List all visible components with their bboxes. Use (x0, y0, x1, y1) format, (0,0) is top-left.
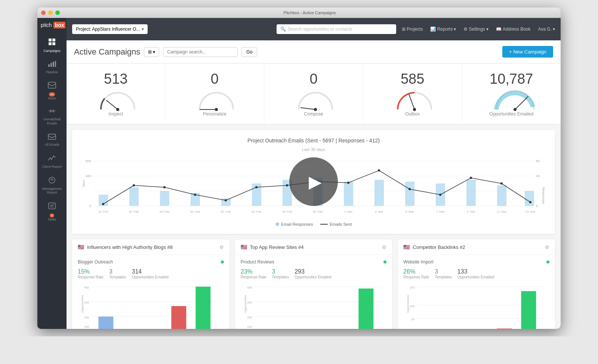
campaign-card-1: 🇺🇸 Top App Review Sites #4 ⚙ Product Rev… (235, 240, 392, 329)
tasks-icon (48, 202, 56, 212)
search-box[interactable]: 🔍 Search opportunities or contacts (277, 24, 396, 34)
sidebar-item-all-emails[interactable]: All Emails (37, 129, 67, 151)
project-selector[interactable]: Project: AppStars Influencer O... ▾ (72, 24, 148, 34)
nav-user[interactable]: Ava G. ▾ (538, 27, 555, 32)
card-metrics-2: 26% Response Rate 3 Templates 133 Opport… (403, 268, 549, 279)
svg-rect-47 (374, 180, 384, 206)
legend-sent-label: Emails Sent (330, 222, 352, 226)
svg-rect-39 (129, 187, 139, 206)
stat-compose: 0 Compose (264, 64, 363, 124)
card-body-1: Product Reviews 23% Response Rate 3 (235, 255, 392, 329)
gear-icon-2[interactable]: ⚙ (545, 244, 549, 250)
status-dot-1 (383, 260, 386, 263)
svg-point-57 (225, 199, 227, 201)
svg-text:7. Mar: 7. Mar (436, 210, 445, 213)
svg-rect-93 (98, 317, 113, 329)
metric-opportunities-1: 293 Opportunities Emailed (295, 268, 331, 279)
client-report-icon (48, 154, 56, 164)
filter-icon: ⊞ (148, 49, 152, 55)
svg-point-23 (413, 108, 416, 111)
legend-sent-line (320, 224, 328, 225)
stat-inspect-number: 513 (104, 71, 127, 87)
svg-text:400: 400 (86, 174, 91, 178)
close-button[interactable] (41, 10, 46, 15)
sidebar-item-pipeline[interactable]: Pipeline (37, 57, 67, 78)
nav-reports[interactable]: 📊 Reports ▾ (430, 27, 456, 32)
svg-rect-50 (466, 180, 476, 206)
svg-point-56 (194, 194, 196, 196)
legend-responses-dot (275, 222, 279, 226)
gear-icon-0[interactable]: ⚙ (219, 244, 224, 250)
svg-text:3. Mar: 3. Mar (375, 210, 383, 213)
sidebar-item-inbox[interactable]: 24 Inbox (37, 78, 67, 104)
stat-personalize: 0 Personalize (166, 64, 265, 124)
gauge-outbox (394, 89, 431, 109)
card-metrics-1: 23% Response Rate 3 Templates 293 Opport… (241, 268, 387, 279)
svg-text:20. Feb: 20. Feb (190, 210, 200, 213)
nav-address-book[interactable]: 📖 Address Book (496, 27, 531, 32)
svg-text:50: 50 (411, 318, 415, 321)
svg-text:28. Feb: 28. Feb (312, 210, 323, 213)
video-play-overlay[interactable]: ▶ (289, 157, 338, 206)
status-dot-2 (546, 260, 549, 263)
campaign-cards: 🇺🇸 Influencers with High Authority Blogs… (67, 240, 561, 329)
svg-text:Opportunities: Opportunities (81, 295, 84, 313)
campaign-search-input[interactable] (163, 47, 238, 57)
card-title-2: Competitor Backlinks #2 (413, 244, 542, 250)
sidebar: pitch box Campaigns (37, 18, 67, 329)
sidebar-item-unmatched[interactable]: Unmatched Emails (37, 104, 67, 129)
svg-text:5. Mar: 5. Mar (406, 210, 414, 213)
card-flag-0: 🇺🇸 (78, 244, 84, 250)
svg-text:200: 200 (84, 316, 89, 319)
sidebar-item-tasks[interactable]: 0 Tasks (37, 198, 67, 225)
svg-rect-96 (171, 306, 186, 329)
inbox-badge: 24 (49, 92, 55, 96)
page-header: Active Campaigns ⊞ ▾ Go + New Campaign (67, 40, 561, 64)
svg-rect-46 (344, 182, 353, 206)
sidebar-label-inbox: Inbox (48, 96, 56, 101)
sidebar-label-management: Management Report (39, 187, 65, 195)
svg-point-12 (53, 155, 54, 157)
stat-outbox: 585 Outbox (363, 64, 462, 124)
search-icon: 🔍 (280, 27, 286, 32)
sidebar-item-campaigns[interactable]: Campaigns (37, 34, 67, 57)
card-header-1: 🇺🇸 Top App Review Sites #4 ⚙ (235, 240, 392, 255)
maximize-button[interactable] (55, 10, 60, 15)
go-button[interactable]: Go (241, 47, 257, 57)
filter-button[interactable]: ⊞ ▾ (144, 47, 159, 57)
card-body-2: Website Import 26% Response Rate 3 (398, 255, 555, 329)
svg-point-65 (470, 177, 472, 179)
top-navigation: Project: AppStars Influencer O... ▾ 🔍 Se… (67, 18, 561, 40)
svg-point-19 (215, 108, 218, 111)
nav-projects[interactable]: ⊞ Projects (402, 27, 423, 32)
stat-compose-number: 0 (309, 71, 317, 87)
sidebar-item-client-report[interactable]: Client Report (37, 151, 67, 173)
svg-text:16. Feb: 16. Feb (129, 210, 139, 213)
gauge-opportunities (493, 89, 530, 109)
status-dot-0 (221, 260, 224, 263)
minimize-button[interactable] (48, 10, 53, 15)
gear-icon-1[interactable]: ⚙ (382, 244, 386, 250)
svg-text:200: 200 (247, 316, 252, 319)
window-title: Pitchbox - Active Campaigns (283, 10, 336, 15)
svg-point-17 (116, 108, 119, 111)
unmatched-icon (48, 108, 56, 116)
svg-point-25 (514, 108, 517, 111)
card-type-0: Blogger Outreach (78, 259, 224, 265)
svg-rect-9 (48, 134, 56, 139)
svg-text:400: 400 (247, 286, 252, 289)
new-campaign-button[interactable]: + New Campaign (502, 46, 553, 58)
legend-responses-label: Email Responses (281, 222, 313, 226)
nav-links: ⊞ Projects 📊 Reports ▾ ⚙ Settings ▾ � (402, 27, 555, 32)
svg-line-24 (515, 96, 528, 109)
stats-row: 513 Inspect 0 (67, 64, 561, 124)
svg-rect-8 (48, 82, 56, 88)
page-title: Active Campaigns (74, 47, 140, 57)
legend-email-responses: Email Responses (275, 222, 313, 226)
sidebar-label-unmatched: Unmatched Emails (39, 117, 65, 126)
svg-rect-97 (195, 287, 210, 329)
nav-settings[interactable]: ⚙ Settings ▾ (463, 27, 488, 32)
sidebar-item-management-report[interactable]: Management Report (37, 173, 67, 199)
svg-line-22 (409, 94, 414, 109)
svg-rect-0 (49, 38, 52, 41)
